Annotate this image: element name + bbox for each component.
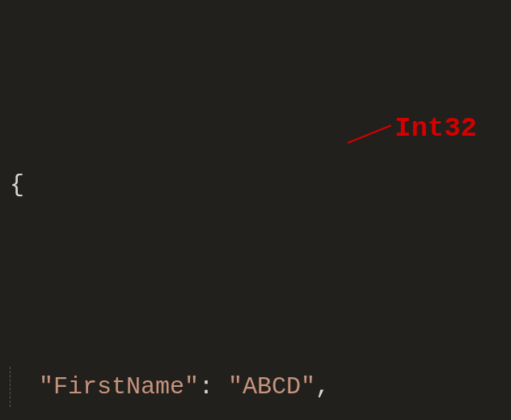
json-key: "FirstName" (39, 367, 199, 407)
comma: , (315, 367, 330, 407)
code-line: { (10, 165, 511, 205)
annotation-arrow (348, 124, 392, 144)
colon: : (199, 367, 213, 407)
code-line: "FirstName": "ABCD", (10, 367, 511, 407)
code-editor[interactable]: { "FirstName": "ABCD", "LastName": "TEST… (0, 0, 511, 420)
json-string: "ABCD" (228, 367, 315, 407)
brace-open: { (10, 165, 24, 205)
annotation-label: Int32 (395, 108, 477, 149)
indent-guide (10, 367, 39, 407)
